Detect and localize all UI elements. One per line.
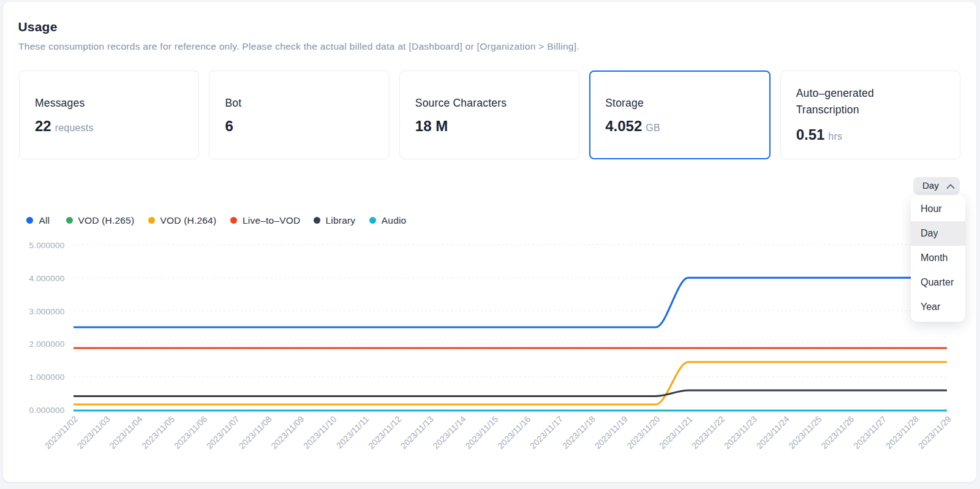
svg-text:2023/11/04: 2023/11/04 [107, 414, 144, 450]
svg-text:2023/11/11: 2023/11/11 [334, 414, 371, 450]
svg-text:2023/11/05: 2023/11/05 [140, 414, 176, 450]
svg-text:5.000000: 5.000000 [29, 241, 65, 250]
svg-text:2023/11/17: 2023/11/17 [528, 414, 565, 450]
svg-text:2023/11/28: 2023/11/28 [884, 414, 921, 450]
svg-text:2023/11/26: 2023/11/26 [819, 414, 856, 450]
svg-text:0.000000: 0.000000 [29, 406, 65, 415]
svg-text:2023/11/09: 2023/11/09 [269, 414, 306, 450]
svg-text:2023/11/03: 2023/11/03 [75, 414, 111, 450]
svg-text:2.000000: 2.000000 [29, 339, 65, 349]
svg-text:2023/11/21: 2023/11/21 [657, 414, 694, 450]
svg-text:2023/11/20: 2023/11/20 [625, 414, 662, 450]
svg-text:2023/11/02: 2023/11/02 [43, 414, 80, 450]
svg-text:2023/11/22: 2023/11/22 [690, 414, 726, 450]
svg-text:2023/11/10: 2023/11/10 [301, 414, 338, 450]
svg-text:3.000000: 3.000000 [29, 307, 65, 316]
svg-text:2023/11/07: 2023/11/07 [205, 414, 241, 450]
svg-text:2023/11/23: 2023/11/23 [722, 414, 759, 450]
svg-text:2023/11/18: 2023/11/18 [560, 414, 597, 450]
svg-text:2023/11/24: 2023/11/24 [755, 414, 791, 450]
svg-text:2023/11/29: 2023/11/29 [916, 414, 953, 450]
svg-text:2023/11/12: 2023/11/12 [366, 414, 403, 450]
svg-text:4.000000: 4.000000 [29, 274, 65, 283]
svg-text:1.000000: 1.000000 [29, 373, 65, 382]
svg-text:2023/11/16: 2023/11/16 [496, 414, 532, 450]
svg-text:2023/11/15: 2023/11/15 [463, 414, 500, 450]
svg-text:2023/11/14: 2023/11/14 [431, 414, 467, 450]
svg-text:2023/11/25: 2023/11/25 [786, 414, 823, 450]
svg-text:2023/11/27: 2023/11/27 [851, 414, 888, 450]
svg-text:2023/11/13: 2023/11/13 [399, 414, 435, 450]
svg-text:2023/11/19: 2023/11/19 [593, 414, 630, 450]
svg-text:2023/11/08: 2023/11/08 [237, 414, 274, 450]
svg-text:2023/11/06: 2023/11/06 [172, 414, 209, 450]
